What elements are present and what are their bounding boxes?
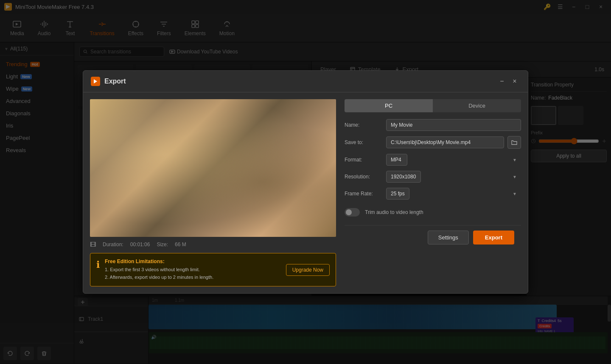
duration-value: 00:01:06 xyxy=(130,242,150,247)
resolution-label: Resolution: xyxy=(345,174,383,180)
preview-info: 🎞 Duration: 00:01:06 Size: 66 M xyxy=(90,241,336,248)
modal-body: 🎞 Duration: 00:01:06 Size: 66 M ℹ Free E… xyxy=(83,92,528,293)
resolution-row: Resolution: 1920x1080 1280x720 3840x2160 xyxy=(345,171,521,183)
save-to-label: Save to: xyxy=(345,139,383,145)
name-label: Name: xyxy=(345,122,383,128)
export-button[interactable]: Export xyxy=(473,231,514,245)
limitations-box: ℹ Free Edition Limitations: 1. Export th… xyxy=(90,253,336,286)
framerate-select[interactable]: 25 fps 30 fps 60 fps xyxy=(386,188,409,200)
tab-pc[interactable]: PC xyxy=(345,99,433,112)
modal-overlay: Export − × 🎞 Duration: 00:01:06 Size: 66… xyxy=(0,0,611,364)
framerate-select-wrapper: 25 fps 30 fps 60 fps xyxy=(386,188,521,200)
save-to-row: Save to: xyxy=(345,136,521,149)
name-input[interactable] xyxy=(386,119,521,131)
folder-button[interactable] xyxy=(507,136,521,149)
modal-header: Export − × xyxy=(83,71,528,92)
export-modal: Export − × 🎞 Duration: 00:01:06 Size: 66… xyxy=(83,70,528,294)
format-select-wrapper: MP4 MOV AVI MKV xyxy=(386,154,521,166)
svg-marker-13 xyxy=(94,79,97,83)
upgrade-button[interactable]: Upgrade Now xyxy=(286,264,330,276)
format-select[interactable]: MP4 MOV AVI MKV xyxy=(386,154,407,166)
preview-video xyxy=(90,99,336,237)
limitations-content: Free Edition Limitations: 1. Export the … xyxy=(105,258,281,281)
modal-preview: 🎞 Duration: 00:01:06 Size: 66 M ℹ Free E… xyxy=(90,99,336,286)
format-label: Format: xyxy=(345,157,383,163)
save-to-input[interactable] xyxy=(386,136,504,148)
trim-audio-row: Trim audio to video length xyxy=(345,208,521,217)
framerate-label: Frame Rate: xyxy=(345,191,383,197)
name-row: Name: xyxy=(345,119,521,131)
framerate-row: Frame Rate: 25 fps 30 fps 60 fps xyxy=(345,188,521,200)
export-tabs: PC Device xyxy=(345,99,521,112)
modal-minimize-button[interactable]: − xyxy=(496,76,507,87)
trim-audio-label: Trim audio to video length xyxy=(365,209,423,215)
format-row: Format: MP4 MOV AVI MKV xyxy=(345,154,521,166)
filmstrip-icon: 🎞 xyxy=(90,241,96,248)
resolution-select-wrapper: 1920x1080 1280x720 3840x2160 xyxy=(386,171,521,183)
settings-button[interactable]: Settings xyxy=(428,231,469,245)
modal-title: Export xyxy=(91,77,126,86)
info-icon: ℹ xyxy=(96,259,100,270)
limitations-title: Free Edition Limitations: xyxy=(105,258,281,264)
trim-audio-toggle[interactable] xyxy=(345,208,360,217)
size-label: Size: xyxy=(157,242,168,247)
tab-device[interactable]: Device xyxy=(433,99,521,112)
modal-footer: Settings Export xyxy=(345,225,521,250)
modal-controls: − × xyxy=(496,76,520,87)
modal-close-button[interactable]: × xyxy=(509,76,520,87)
duration-label: Duration: xyxy=(103,242,123,247)
limitations-text: 1. Export the first 3 videos without len… xyxy=(105,266,281,281)
folder-icon xyxy=(511,139,517,145)
modal-title-icon xyxy=(91,77,100,86)
size-value: 66 M xyxy=(175,242,186,247)
resolution-select[interactable]: 1920x1080 1280x720 3840x2160 xyxy=(386,171,421,183)
modal-settings: PC Device Name: Save to: xyxy=(345,99,521,286)
